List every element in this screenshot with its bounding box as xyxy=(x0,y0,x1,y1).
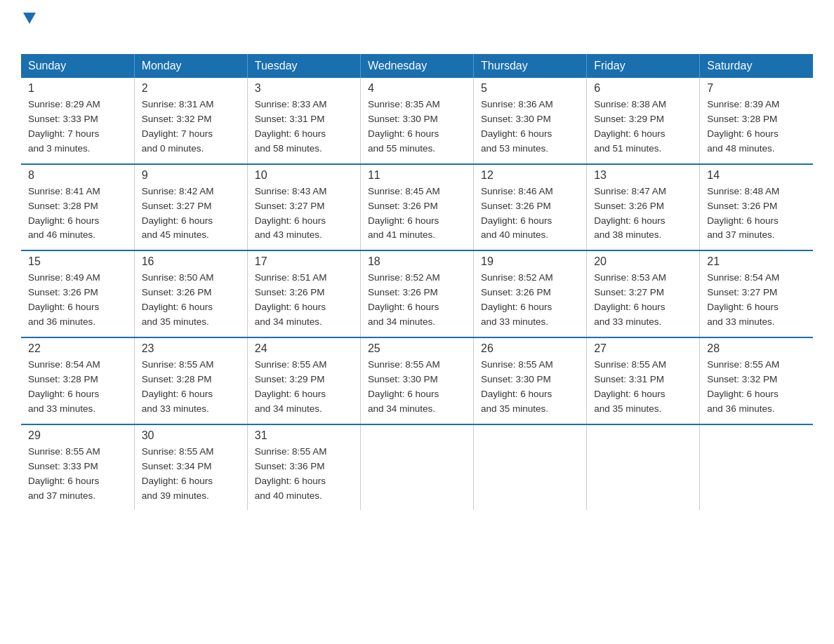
weekday-header-tuesday: Tuesday xyxy=(247,54,360,78)
empty-day-cell xyxy=(360,424,473,511)
day-cell: 22Sunrise: 8:54 AMSunset: 3:28 PMDayligh… xyxy=(21,337,134,424)
weekday-header-monday: Monday xyxy=(134,54,247,78)
day-number: 4 xyxy=(368,82,466,95)
day-cell: 26Sunrise: 8:55 AMSunset: 3:30 PMDayligh… xyxy=(474,337,587,424)
day-info: Sunrise: 8:55 AMSunset: 3:30 PMDaylight:… xyxy=(481,358,579,417)
day-number: 12 xyxy=(481,169,579,182)
day-info: Sunrise: 8:29 AMSunset: 3:33 PMDaylight:… xyxy=(28,98,127,156)
weekday-header-sunday: Sunday xyxy=(21,54,134,78)
day-cell: 16Sunrise: 8:50 AMSunset: 3:26 PMDayligh… xyxy=(134,250,247,337)
day-cell: 15Sunrise: 8:49 AMSunset: 3:26 PMDayligh… xyxy=(21,250,134,337)
day-info: Sunrise: 8:42 AMSunset: 3:27 PMDaylight:… xyxy=(142,185,240,243)
day-cell: 18Sunrise: 8:52 AMSunset: 3:26 PMDayligh… xyxy=(360,250,473,337)
day-cell: 31Sunrise: 8:55 AMSunset: 3:36 PMDayligh… xyxy=(247,424,360,511)
day-number: 8 xyxy=(28,169,127,182)
day-number: 5 xyxy=(481,82,579,95)
day-cell: 17Sunrise: 8:51 AMSunset: 3:26 PMDayligh… xyxy=(247,250,360,337)
day-info: Sunrise: 8:55 AMSunset: 3:31 PMDaylight:… xyxy=(594,358,692,417)
day-number: 13 xyxy=(594,169,692,182)
day-number: 25 xyxy=(368,342,466,355)
day-number: 16 xyxy=(142,255,240,268)
day-cell: 21Sunrise: 8:54 AMSunset: 3:27 PMDayligh… xyxy=(700,250,813,337)
weekday-header-thursday: Thursday xyxy=(474,54,587,78)
day-info: Sunrise: 8:41 AMSunset: 3:28 PMDaylight:… xyxy=(28,185,127,243)
day-cell: 12Sunrise: 8:46 AMSunset: 3:26 PMDayligh… xyxy=(474,164,587,251)
day-cell: 24Sunrise: 8:55 AMSunset: 3:29 PMDayligh… xyxy=(247,337,360,424)
day-cell: 1Sunrise: 8:29 AMSunset: 3:33 PMDaylight… xyxy=(21,78,134,164)
day-info: Sunrise: 8:55 AMSunset: 3:29 PMDaylight:… xyxy=(255,358,353,417)
logo-triangle-icon xyxy=(23,13,36,24)
day-cell: 23Sunrise: 8:55 AMSunset: 3:28 PMDayligh… xyxy=(134,337,247,424)
calendar-week-row: 22Sunrise: 8:54 AMSunset: 3:28 PMDayligh… xyxy=(21,337,813,424)
day-cell: 2Sunrise: 8:31 AMSunset: 3:32 PMDaylight… xyxy=(134,78,247,164)
day-cell: 30Sunrise: 8:55 AMSunset: 3:34 PMDayligh… xyxy=(134,424,247,511)
day-cell: 25Sunrise: 8:55 AMSunset: 3:30 PMDayligh… xyxy=(360,337,473,424)
day-info: Sunrise: 8:52 AMSunset: 3:26 PMDaylight:… xyxy=(368,271,466,330)
day-info: Sunrise: 8:55 AMSunset: 3:32 PMDaylight:… xyxy=(707,358,806,417)
calendar-week-row: 1Sunrise: 8:29 AMSunset: 3:33 PMDaylight… xyxy=(21,78,813,164)
weekday-header-wednesday: Wednesday xyxy=(360,54,473,78)
day-cell: 3Sunrise: 8:33 AMSunset: 3:31 PMDaylight… xyxy=(247,78,360,164)
day-number: 7 xyxy=(707,82,806,95)
day-cell: 6Sunrise: 8:38 AMSunset: 3:29 PMDaylight… xyxy=(587,78,700,164)
day-number: 26 xyxy=(481,342,579,355)
day-info: Sunrise: 8:55 AMSunset: 3:36 PMDaylight:… xyxy=(255,445,353,504)
day-cell: 9Sunrise: 8:42 AMSunset: 3:27 PMDaylight… xyxy=(134,164,247,251)
day-number: 19 xyxy=(481,255,579,268)
day-number: 18 xyxy=(368,255,466,268)
day-info: Sunrise: 8:54 AMSunset: 3:28 PMDaylight:… xyxy=(28,358,127,417)
day-number: 22 xyxy=(28,342,127,355)
calendar-week-row: 8Sunrise: 8:41 AMSunset: 3:28 PMDaylight… xyxy=(21,164,813,251)
day-number: 6 xyxy=(594,82,692,95)
day-info: Sunrise: 8:48 AMSunset: 3:26 PMDaylight:… xyxy=(707,185,806,243)
day-info: Sunrise: 8:52 AMSunset: 3:26 PMDaylight:… xyxy=(481,271,579,330)
day-cell: 28Sunrise: 8:55 AMSunset: 3:32 PMDayligh… xyxy=(700,337,813,424)
day-number: 20 xyxy=(594,255,692,268)
day-number: 28 xyxy=(707,342,806,355)
day-cell: 19Sunrise: 8:52 AMSunset: 3:26 PMDayligh… xyxy=(474,250,587,337)
calendar-table: SundayMondayTuesdayWednesdayThursdayFrid… xyxy=(21,54,813,510)
day-number: 1 xyxy=(28,82,127,95)
day-info: Sunrise: 8:53 AMSunset: 3:27 PMDaylight:… xyxy=(594,271,692,330)
day-cell: 8Sunrise: 8:41 AMSunset: 3:28 PMDaylight… xyxy=(21,164,134,251)
day-number: 3 xyxy=(255,82,353,95)
day-number: 24 xyxy=(255,342,353,355)
day-number: 29 xyxy=(28,429,127,442)
day-info: Sunrise: 8:54 AMSunset: 3:27 PMDaylight:… xyxy=(707,271,806,330)
weekday-header-saturday: Saturday xyxy=(700,54,813,78)
day-info: Sunrise: 8:36 AMSunset: 3:30 PMDaylight:… xyxy=(481,98,579,156)
empty-day-cell xyxy=(700,424,813,511)
day-number: 15 xyxy=(28,255,127,268)
day-number: 14 xyxy=(707,169,806,182)
day-number: 27 xyxy=(594,342,692,355)
day-cell: 4Sunrise: 8:35 AMSunset: 3:30 PMDaylight… xyxy=(360,78,473,164)
day-cell: 14Sunrise: 8:48 AMSunset: 3:26 PMDayligh… xyxy=(700,164,813,251)
day-info: Sunrise: 8:55 AMSunset: 3:33 PMDaylight:… xyxy=(28,445,127,504)
day-cell: 5Sunrise: 8:36 AMSunset: 3:30 PMDaylight… xyxy=(474,78,587,164)
day-info: Sunrise: 8:50 AMSunset: 3:26 PMDaylight:… xyxy=(142,271,240,330)
day-number: 2 xyxy=(142,82,240,95)
day-info: Sunrise: 8:47 AMSunset: 3:26 PMDaylight:… xyxy=(594,185,692,243)
day-info: Sunrise: 8:33 AMSunset: 3:31 PMDaylight:… xyxy=(255,98,353,156)
day-info: Sunrise: 8:39 AMSunset: 3:28 PMDaylight:… xyxy=(707,98,806,156)
empty-day-cell xyxy=(587,424,700,511)
day-info: Sunrise: 8:49 AMSunset: 3:26 PMDaylight:… xyxy=(28,271,127,330)
weekday-header-row: SundayMondayTuesdayWednesdayThursdayFrid… xyxy=(21,54,813,78)
day-info: Sunrise: 8:35 AMSunset: 3:30 PMDaylight:… xyxy=(368,98,466,156)
day-cell: 11Sunrise: 8:45 AMSunset: 3:26 PMDayligh… xyxy=(360,164,473,251)
day-number: 11 xyxy=(368,169,466,182)
day-number: 30 xyxy=(142,429,240,442)
day-info: Sunrise: 8:55 AMSunset: 3:34 PMDaylight:… xyxy=(142,445,240,504)
day-cell: 20Sunrise: 8:53 AMSunset: 3:27 PMDayligh… xyxy=(587,250,700,337)
calendar-week-row: 29Sunrise: 8:55 AMSunset: 3:33 PMDayligh… xyxy=(21,424,813,511)
day-cell: 27Sunrise: 8:55 AMSunset: 3:31 PMDayligh… xyxy=(587,337,700,424)
svg-marker-0 xyxy=(23,13,36,24)
day-cell: 13Sunrise: 8:47 AMSunset: 3:26 PMDayligh… xyxy=(587,164,700,251)
day-number: 10 xyxy=(255,169,353,182)
day-number: 17 xyxy=(255,255,353,268)
day-info: Sunrise: 8:55 AMSunset: 3:28 PMDaylight:… xyxy=(142,358,240,417)
day-cell: 29Sunrise: 8:55 AMSunset: 3:33 PMDayligh… xyxy=(21,424,134,511)
calendar-week-row: 15Sunrise: 8:49 AMSunset: 3:26 PMDayligh… xyxy=(21,250,813,337)
day-info: Sunrise: 8:43 AMSunset: 3:27 PMDaylight:… xyxy=(255,185,353,243)
day-info: Sunrise: 8:51 AMSunset: 3:26 PMDaylight:… xyxy=(255,271,353,330)
